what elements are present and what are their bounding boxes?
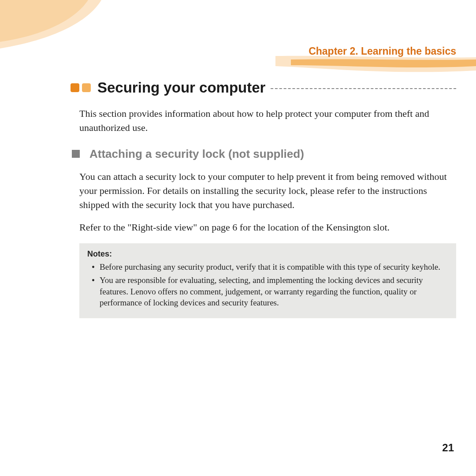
dashed-divider bbox=[271, 88, 456, 89]
header-decoration bbox=[0, 0, 476, 75]
chapter-heading: Chapter 2. Learning the basics bbox=[309, 45, 456, 57]
body-paragraph: You can attach a security lock to your c… bbox=[79, 170, 456, 212]
subsection-title: Attaching a security lock (not supplied) bbox=[89, 147, 304, 161]
bullet-box-icon bbox=[71, 83, 79, 92]
body-paragraph: Refer to the "Right-side view" on page 6… bbox=[79, 220, 456, 234]
notes-label: Notes: bbox=[87, 249, 448, 259]
bullet-box-icon bbox=[82, 83, 91, 92]
notes-item: You are responsible for evaluating, sele… bbox=[87, 275, 448, 309]
page-content: Securing your computer This section prov… bbox=[71, 79, 456, 318]
section-bullet-icons bbox=[71, 83, 91, 92]
notes-box: Notes: Before purchasing any security pr… bbox=[79, 243, 456, 318]
notes-list: Before purchasing any security product, … bbox=[87, 261, 448, 309]
section-title-row: Securing your computer bbox=[71, 79, 456, 96]
page-number: 21 bbox=[442, 442, 454, 454]
subsection-title-row: Attaching a security lock (not supplied) bbox=[71, 147, 456, 161]
section-title: Securing your computer bbox=[97, 79, 265, 96]
notes-item: Before purchasing any security product, … bbox=[87, 261, 448, 273]
square-bullet-icon bbox=[72, 150, 80, 158]
section-intro: This section provides information about … bbox=[79, 107, 456, 135]
